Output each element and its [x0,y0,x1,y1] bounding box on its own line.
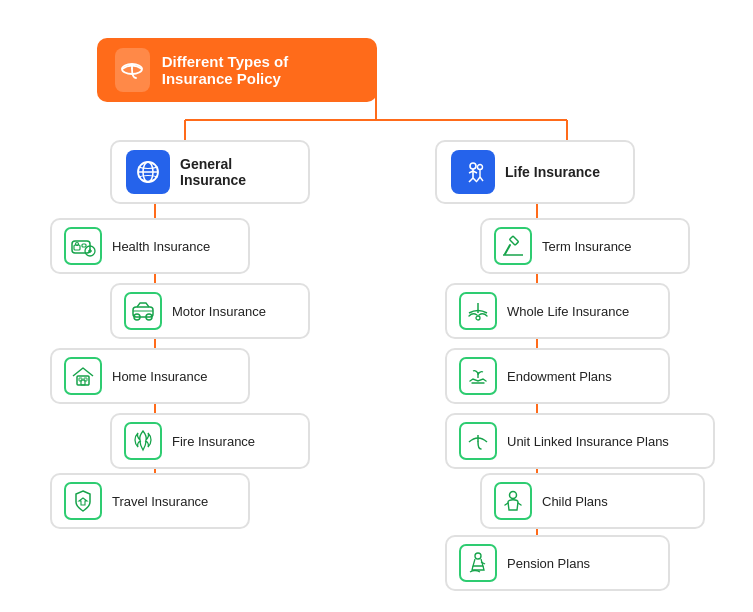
sub-node-endowment: Endowment Plans [445,348,670,404]
sub-node-travel: Travel Insurance [50,473,250,529]
sub-node-child: Child Plans [480,473,705,529]
root-icon [115,48,150,92]
sub-node-fire: Fire Insurance [110,413,310,469]
svg-point-22 [470,163,476,169]
root-label: Different Types of Insurance Policy [162,53,359,87]
svg-line-31 [480,177,483,181]
sub-label-home: Home Insurance [112,369,207,384]
sub-label-term: Term Insurance [542,239,632,254]
sub-label-motor: Motor Insurance [172,304,266,319]
cat-label-life: Life Insurance [505,164,600,180]
sub-label-endowment: Endowment Plans [507,369,612,384]
svg-point-54 [475,553,481,559]
svg-line-30 [477,177,480,181]
svg-line-48 [505,245,510,254]
svg-point-28 [478,165,483,170]
sub-icon-child [494,482,532,520]
svg-rect-39 [133,307,153,317]
sub-label-pension: Pension Plans [507,556,590,571]
sub-label-health: Health Insurance [112,239,210,254]
sub-label-fire: Fire Insurance [172,434,255,449]
sub-icon-pension [459,544,497,582]
sub-icon-motor [124,292,162,330]
svg-rect-45 [79,378,82,381]
sub-icon-ulip [459,422,497,460]
sub-icon-fire [124,422,162,460]
sub-node-pension: Pension Plans [445,535,670,591]
sub-node-health: Health Insurance [50,218,250,274]
cat-label-general: General Insurance [180,156,294,188]
diagram: Different Types of Insurance Policy Gene… [0,0,753,612]
sub-node-whole: Whole Life Insurance [445,283,670,339]
sub-label-travel: Travel Insurance [112,494,208,509]
svg-line-25 [473,178,477,182]
svg-line-24 [469,178,473,182]
sub-node-term: Term Insurance [480,218,690,274]
sub-icon-home [64,357,102,395]
sub-label-whole: Whole Life Insurance [507,304,629,319]
svg-rect-46 [84,378,87,381]
svg-rect-38 [82,244,86,247]
sub-icon-term [494,227,532,265]
sub-label-child: Child Plans [542,494,608,509]
svg-rect-47 [509,236,518,245]
sub-icon-endowment [459,357,497,395]
sub-icon-health [64,227,102,265]
cat-node-life: Life Insurance [435,140,635,204]
cat-icon-general [126,150,170,194]
svg-line-55 [481,562,485,564]
root-node: Different Types of Insurance Policy [97,38,377,102]
sub-icon-whole [459,292,497,330]
sub-node-motor: Motor Insurance [110,283,310,339]
cat-node-general: General Insurance [110,140,310,204]
cat-icon-life [451,150,495,194]
svg-point-51 [476,316,480,320]
sub-node-home: Home Insurance [50,348,250,404]
sub-label-ulip: Unit Linked Insurance Plans [507,434,669,449]
sub-node-ulip: Unit Linked Insurance Plans [445,413,715,469]
sub-icon-travel [64,482,102,520]
svg-point-53 [510,492,517,499]
